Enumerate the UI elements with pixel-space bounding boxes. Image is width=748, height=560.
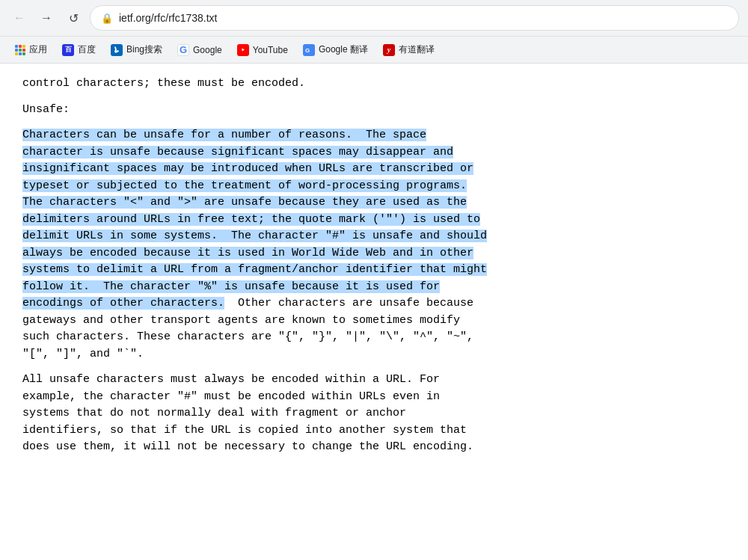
content-paragraph2: All unsafe characters must always be enc… [22, 372, 726, 456]
unsafe-label-text: Unsafe: [22, 102, 726, 119]
svg-text:G: G [305, 47, 310, 54]
youdao-favicon: y [383, 44, 395, 56]
bookmark-youtube[interactable]: YouTube [231, 41, 294, 59]
browser-chrome: ← → ↺ 🔒 ietf.org/rfc/rfc1738.txt 应用 [0, 0, 748, 64]
bookmark-youtube-label: YouTube [253, 45, 288, 55]
content-main-paragraph: Characters can be unsafe for a number of… [22, 127, 726, 363]
refresh-button[interactable]: ↺ [63, 7, 84, 28]
highlighted-text: Characters can be unsafe for a number of… [22, 129, 487, 310]
forward-button[interactable]: → [36, 7, 57, 28]
address-bar[interactable]: 🔒 ietf.org/rfc/rfc1738.txt [90, 5, 739, 31]
bookmark-baidu-label: 百度 [78, 43, 96, 56]
bookmark-youdao[interactable]: y 有道翻译 [377, 40, 441, 59]
bookmark-bing-label: Bing搜索 [126, 43, 162, 56]
bookmark-baidu[interactable]: 百 百度 [56, 40, 102, 59]
highlighted-content: Characters can be unsafe for a number of… [22, 127, 726, 363]
google-favicon: G [177, 44, 189, 56]
bookmarks-bar: 应用 百 百度 Bing搜索 G Google YouTube [0, 36, 748, 63]
page-content: control characters; these must be encode… [0, 64, 748, 477]
paragraph2-text: All unsafe characters must always be enc… [22, 372, 726, 456]
bookmark-google-translate-label: Google 翻译 [319, 43, 368, 56]
nav-bar: ← → ↺ 🔒 ietf.org/rfc/rfc1738.txt [0, 0, 748, 36]
control-chars-text: control characters; these must be encode… [22, 76, 726, 93]
apps-grid-icon [15, 45, 25, 55]
bookmark-google-label: Google [193, 45, 222, 55]
back-button[interactable]: ← [9, 7, 30, 28]
bookmark-bing[interactable]: Bing搜索 [105, 40, 168, 59]
baidu-favicon: 百 [62, 44, 74, 56]
bookmark-apps-label: 应用 [29, 43, 47, 56]
lock-icon: 🔒 [101, 13, 113, 24]
address-text: ietf.org/rfc/rfc1738.txt [119, 12, 218, 24]
content-unsafe-label: Unsafe: [22, 102, 726, 119]
bookmark-google[interactable]: G Google [171, 41, 228, 59]
youtube-favicon [237, 44, 249, 56]
bing-favicon [111, 44, 123, 56]
bookmark-apps[interactable]: 应用 [9, 40, 53, 59]
bookmark-google-translate[interactable]: G Google 翻译 [297, 40, 374, 59]
content-line1: control characters; these must be encode… [22, 76, 726, 93]
bookmark-youdao-label: 有道翻译 [399, 43, 435, 56]
google-translate-favicon: G [303, 44, 315, 56]
